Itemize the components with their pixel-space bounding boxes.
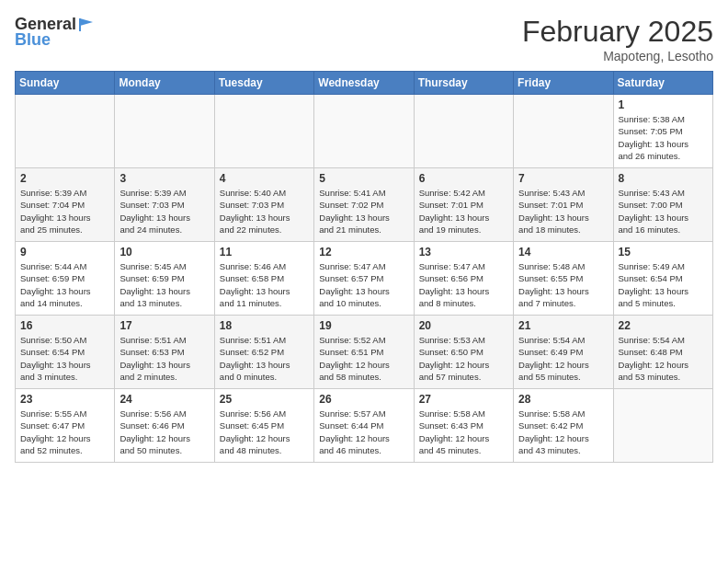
day-number: 11: [220, 246, 309, 259]
day-info: Sunrise: 5:50 AM Sunset: 6:54 PM Dayligh…: [20, 334, 109, 383]
day-info: Sunrise: 5:58 AM Sunset: 6:42 PM Dayligh…: [518, 408, 608, 456]
calendar-cell: 20Sunrise: 5:53 AM Sunset: 6:50 PM Dayli…: [414, 316, 513, 389]
day-number: 9: [20, 246, 109, 259]
calendar-cell: [414, 95, 513, 168]
day-number: 14: [518, 246, 608, 259]
day-number: 19: [319, 319, 408, 332]
logo-flag-icon: [78, 17, 95, 33]
day-number: 7: [518, 172, 608, 185]
day-number: 22: [619, 319, 708, 332]
day-number: 2: [20, 172, 109, 185]
weekday-header-wednesday: Wednesday: [314, 72, 414, 95]
day-info: Sunrise: 5:56 AM Sunset: 6:46 PM Dayligh…: [119, 408, 209, 456]
calendar-cell: 13Sunrise: 5:47 AM Sunset: 6:56 PM Dayli…: [414, 242, 513, 316]
calendar-cell: 8Sunrise: 5:43 AM Sunset: 7:00 PM Daylig…: [613, 168, 712, 242]
calendar-cell: 11Sunrise: 5:46 AM Sunset: 6:58 PM Dayli…: [214, 242, 313, 316]
day-number: 21: [518, 319, 608, 332]
day-number: 27: [419, 393, 508, 406]
day-number: 13: [419, 246, 508, 259]
weekday-header-thursday: Thursday: [414, 72, 513, 95]
day-info: Sunrise: 5:57 AM Sunset: 6:44 PM Dayligh…: [319, 408, 408, 456]
day-info: Sunrise: 5:51 AM Sunset: 6:53 PM Dayligh…: [119, 334, 209, 383]
calendar-cell: [314, 95, 414, 168]
calendar-cell: 9Sunrise: 5:44 AM Sunset: 6:59 PM Daylig…: [16, 242, 115, 316]
day-info: Sunrise: 5:47 AM Sunset: 6:57 PM Dayligh…: [319, 260, 408, 309]
day-info: Sunrise: 5:52 AM Sunset: 6:51 PM Dayligh…: [319, 334, 408, 383]
day-number: 4: [220, 172, 309, 185]
day-number: 12: [319, 246, 408, 259]
weekday-header-saturday: Saturday: [613, 72, 712, 95]
calendar-week-1: 1Sunrise: 5:38 AM Sunset: 7:05 PM Daylig…: [16, 95, 713, 168]
day-info: Sunrise: 5:42 AM Sunset: 7:01 PM Dayligh…: [419, 187, 508, 236]
logo: General Blue: [15, 15, 95, 50]
day-number: 26: [319, 393, 408, 406]
day-info: Sunrise: 5:49 AM Sunset: 6:54 PM Dayligh…: [619, 260, 708, 309]
day-info: Sunrise: 5:40 AM Sunset: 7:03 PM Dayligh…: [220, 187, 309, 236]
day-info: Sunrise: 5:53 AM Sunset: 6:50 PM Dayligh…: [419, 334, 508, 383]
calendar-cell: [16, 95, 115, 168]
weekday-header-friday: Friday: [514, 72, 613, 95]
day-number: 10: [119, 246, 209, 259]
weekday-header-tuesday: Tuesday: [214, 72, 313, 95]
calendar-cell: 19Sunrise: 5:52 AM Sunset: 6:51 PM Dayli…: [314, 316, 414, 389]
day-info: Sunrise: 5:47 AM Sunset: 6:56 PM Dayligh…: [419, 260, 508, 309]
page-header: General Blue February 2025 Mapoteng, Les…: [15, 15, 713, 63]
calendar-cell: [613, 389, 712, 463]
day-number: 20: [419, 319, 508, 332]
weekday-header-sunday: Sunday: [16, 72, 115, 95]
calendar-week-3: 9Sunrise: 5:44 AM Sunset: 6:59 PM Daylig…: [16, 242, 713, 316]
day-info: Sunrise: 5:48 AM Sunset: 6:55 PM Dayligh…: [518, 260, 608, 309]
calendar-cell: 21Sunrise: 5:54 AM Sunset: 6:49 PM Dayli…: [514, 316, 613, 389]
day-number: 18: [220, 319, 309, 332]
day-info: Sunrise: 5:54 AM Sunset: 6:49 PM Dayligh…: [518, 334, 608, 383]
day-info: Sunrise: 5:55 AM Sunset: 6:47 PM Dayligh…: [20, 408, 109, 456]
day-number: 25: [220, 393, 309, 406]
calendar-cell: 1Sunrise: 5:38 AM Sunset: 7:05 PM Daylig…: [613, 95, 712, 168]
calendar-cell: 24Sunrise: 5:56 AM Sunset: 6:46 PM Dayli…: [115, 389, 214, 463]
calendar-cell: 3Sunrise: 5:39 AM Sunset: 7:03 PM Daylig…: [115, 168, 214, 242]
calendar-table: SundayMondayTuesdayWednesdayThursdayFrid…: [15, 71, 713, 463]
day-info: Sunrise: 5:58 AM Sunset: 6:43 PM Dayligh…: [419, 408, 508, 456]
calendar-cell: 22Sunrise: 5:54 AM Sunset: 6:48 PM Dayli…: [613, 316, 712, 389]
calendar-cell: 12Sunrise: 5:47 AM Sunset: 6:57 PM Dayli…: [314, 242, 414, 316]
day-info: Sunrise: 5:41 AM Sunset: 7:02 PM Dayligh…: [319, 187, 408, 236]
calendar-cell: 10Sunrise: 5:45 AM Sunset: 6:59 PM Dayli…: [115, 242, 214, 316]
calendar-cell: 23Sunrise: 5:55 AM Sunset: 6:47 PM Dayli…: [16, 389, 115, 463]
day-number: 15: [619, 246, 708, 259]
day-info: Sunrise: 5:54 AM Sunset: 6:48 PM Dayligh…: [619, 334, 708, 383]
calendar-cell: [214, 95, 313, 168]
day-info: Sunrise: 5:51 AM Sunset: 6:52 PM Dayligh…: [220, 334, 309, 383]
calendar-cell: 18Sunrise: 5:51 AM Sunset: 6:52 PM Dayli…: [214, 316, 313, 389]
day-info: Sunrise: 5:43 AM Sunset: 7:01 PM Dayligh…: [518, 187, 608, 236]
logo-blue: Blue: [15, 30, 51, 50]
day-info: Sunrise: 5:39 AM Sunset: 7:04 PM Dayligh…: [20, 187, 109, 236]
calendar-cell: 2Sunrise: 5:39 AM Sunset: 7:04 PM Daylig…: [16, 168, 115, 242]
day-info: Sunrise: 5:39 AM Sunset: 7:03 PM Dayligh…: [119, 187, 209, 236]
calendar-cell: 16Sunrise: 5:50 AM Sunset: 6:54 PM Dayli…: [16, 316, 115, 389]
calendar-cell: 26Sunrise: 5:57 AM Sunset: 6:44 PM Dayli…: [314, 389, 414, 463]
calendar-cell: 17Sunrise: 5:51 AM Sunset: 6:53 PM Dayli…: [115, 316, 214, 389]
day-number: 24: [119, 393, 209, 406]
weekday-header-row: SundayMondayTuesdayWednesdayThursdayFrid…: [16, 72, 713, 95]
calendar-cell: [514, 95, 613, 168]
calendar-cell: 7Sunrise: 5:43 AM Sunset: 7:01 PM Daylig…: [514, 168, 613, 242]
calendar-cell: 15Sunrise: 5:49 AM Sunset: 6:54 PM Dayli…: [613, 242, 712, 316]
day-info: Sunrise: 5:45 AM Sunset: 6:59 PM Dayligh…: [119, 260, 209, 309]
title-area: February 2025 Mapoteng, Lesotho: [522, 15, 713, 63]
day-number: 3: [119, 172, 209, 185]
day-info: Sunrise: 5:43 AM Sunset: 7:00 PM Dayligh…: [619, 187, 708, 236]
day-number: 8: [619, 172, 708, 185]
calendar-cell: [115, 95, 214, 168]
calendar-cell: 27Sunrise: 5:58 AM Sunset: 6:43 PM Dayli…: [414, 389, 513, 463]
day-number: 28: [518, 393, 608, 406]
day-info: Sunrise: 5:44 AM Sunset: 6:59 PM Dayligh…: [20, 260, 109, 309]
day-number: 5: [319, 172, 408, 185]
day-number: 23: [20, 393, 109, 406]
calendar-cell: 28Sunrise: 5:58 AM Sunset: 6:42 PM Dayli…: [514, 389, 613, 463]
day-number: 16: [20, 319, 109, 332]
day-number: 17: [119, 319, 209, 332]
location-title: Mapoteng, Lesotho: [522, 49, 713, 63]
day-info: Sunrise: 5:46 AM Sunset: 6:58 PM Dayligh…: [220, 260, 309, 309]
weekday-header-monday: Monday: [115, 72, 214, 95]
calendar-cell: 5Sunrise: 5:41 AM Sunset: 7:02 PM Daylig…: [314, 168, 414, 242]
